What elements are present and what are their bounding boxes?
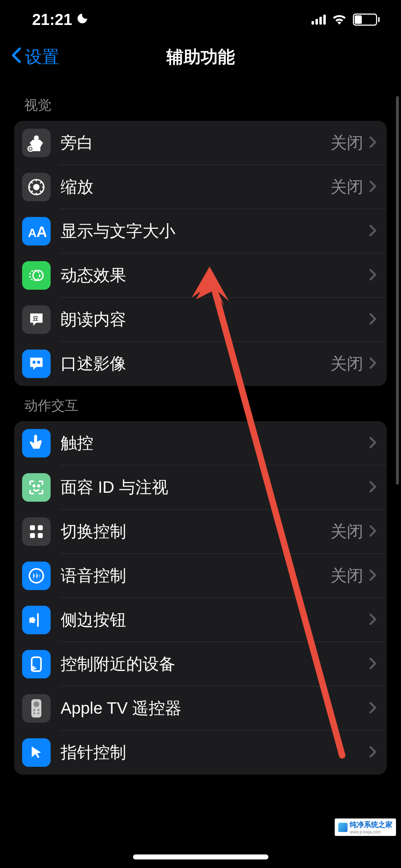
- chevron-right-icon: [369, 312, 377, 327]
- row-zoom[interactable]: 缩放 关闭: [14, 165, 387, 209]
- svg-text:A: A: [36, 223, 46, 240]
- chevron-right-icon: [369, 224, 377, 238]
- svg-point-12: [38, 485, 39, 487]
- faceid-icon: [22, 473, 51, 502]
- switch-control-icon: [22, 517, 51, 546]
- nearby-device-icon: [22, 650, 51, 678]
- row-display-text-size[interactable]: AA 显示与文字大小: [14, 209, 387, 253]
- status-bar: 21:21 33: [0, 0, 401, 36]
- row-label: 切换控制: [61, 521, 330, 543]
- svg-rect-14: [38, 525, 43, 530]
- svg-rect-16: [38, 533, 43, 538]
- chevron-right-icon: [369, 180, 377, 194]
- home-indicator[interactable]: [133, 854, 268, 859]
- svg-point-20: [34, 701, 39, 707]
- row-label: 指针控制: [61, 742, 369, 764]
- watermark-url: www.jcxwja.com: [350, 830, 392, 835]
- watermark-logo-icon: [338, 823, 348, 832]
- page-title: 辅助功能: [166, 46, 235, 68]
- content-area: 视觉 旁白 关闭 缩放 关闭 AA 显示与文字大小: [0, 86, 401, 775]
- motion-icon: [22, 261, 51, 290]
- svg-point-22: [37, 709, 40, 711]
- apple-tv-remote-icon: [22, 694, 51, 723]
- audio-desc-icon: [22, 350, 51, 378]
- voiceover-icon: [22, 129, 51, 157]
- svg-rect-15: [30, 533, 35, 538]
- nav-bar: 设置 辅助功能: [0, 36, 401, 86]
- spoken-content-icon: 묘: [22, 305, 51, 334]
- row-side-button[interactable]: 侧边按钮: [14, 598, 387, 642]
- svg-point-10: [37, 361, 40, 364]
- wifi-icon: [331, 13, 347, 26]
- svg-point-3: [34, 185, 39, 190]
- row-touch[interactable]: 触控: [14, 421, 387, 465]
- battery-icon: 33: [353, 14, 380, 26]
- row-label: Apple TV 遥控器: [61, 697, 369, 719]
- svg-point-23: [33, 712, 35, 714]
- chevron-right-icon: [369, 657, 377, 671]
- row-voice-control[interactable]: 语音控制 关闭: [14, 554, 387, 598]
- pointer-control-icon: [22, 738, 51, 767]
- row-label: 口述影像: [61, 353, 330, 375]
- row-voiceover[interactable]: 旁白 关闭: [14, 121, 387, 165]
- row-label: 显示与文字大小: [61, 220, 369, 242]
- chevron-left-icon: [11, 47, 22, 67]
- svg-point-9: [32, 361, 36, 364]
- display-text-icon: AA: [22, 217, 51, 246]
- chevron-right-icon: [369, 357, 377, 371]
- row-motion[interactable]: 动态效果: [14, 253, 387, 298]
- row-label: 动态效果: [61, 264, 369, 286]
- row-status: 关闭: [330, 132, 363, 154]
- svg-text:묘: 묘: [32, 315, 38, 322]
- cellular-signal-icon: [312, 15, 326, 25]
- back-label: 设置: [25, 46, 59, 68]
- section-header-physical: 动作交互: [14, 386, 387, 421]
- row-spoken-content[interactable]: 묘 朗读内容: [14, 298, 387, 342]
- row-label: 语音控制: [61, 565, 330, 587]
- row-switch-control[interactable]: 切换控制 关闭: [14, 510, 387, 554]
- row-label: 控制附近的设备: [61, 653, 369, 675]
- chevron-right-icon: [369, 613, 377, 627]
- watermark: 纯净系统之家 www.jcxwja.com: [335, 818, 396, 836]
- svg-point-21: [33, 709, 35, 711]
- section-header-vision: 视觉: [14, 86, 387, 121]
- row-status: 关闭: [330, 565, 363, 587]
- group-vision: 旁白 关闭 缩放 关闭 AA 显示与文字大小 动态效果: [14, 121, 387, 386]
- do-not-disturb-icon: [76, 11, 89, 29]
- back-button[interactable]: 设置: [11, 46, 59, 68]
- status-right: 33: [312, 13, 380, 26]
- watermark-title: 纯净系统之家: [350, 821, 392, 828]
- chevron-right-icon: [369, 569, 377, 583]
- row-apple-tv-remote[interactable]: Apple TV 遥控器: [14, 686, 387, 730]
- row-status: 关闭: [330, 353, 363, 375]
- scroll-indicator[interactable]: [396, 96, 399, 485]
- group-physical: 触控 面容 ID 与注视 切换控制 关闭 语音控制 关闭: [14, 421, 387, 775]
- side-button-icon: [22, 606, 51, 634]
- row-faceid-attention[interactable]: 面容 ID 与注视: [14, 465, 387, 510]
- row-label: 面容 ID 与注视: [61, 476, 369, 498]
- chevron-right-icon: [369, 525, 377, 539]
- row-label: 侧边按钮: [61, 609, 369, 631]
- row-label: 朗读内容: [61, 309, 369, 331]
- chevron-right-icon: [369, 480, 377, 495]
- row-audio-descriptions[interactable]: 口述影像 关闭: [14, 342, 387, 386]
- svg-text:A: A: [28, 226, 37, 239]
- status-time-area: 21:21: [32, 11, 89, 29]
- row-nearby-device-control[interactable]: 控制附近的设备: [14, 642, 387, 686]
- chevron-right-icon: [369, 701, 377, 715]
- touch-icon: [22, 429, 51, 458]
- chevron-right-icon: [369, 745, 377, 760]
- row-status: 关闭: [330, 521, 363, 543]
- chevron-right-icon: [369, 436, 377, 450]
- svg-point-24: [37, 712, 40, 714]
- status-time: 21:21: [32, 11, 72, 29]
- svg-rect-13: [30, 525, 35, 530]
- row-status: 关闭: [330, 176, 363, 198]
- zoom-icon: [22, 173, 51, 201]
- voice-control-icon: [22, 562, 51, 590]
- svg-point-0: [35, 136, 38, 140]
- row-label: 触控: [61, 432, 369, 454]
- row-pointer-control[interactable]: 指针控制: [14, 730, 387, 775]
- row-label: 缩放: [61, 176, 330, 198]
- svg-point-11: [33, 485, 35, 487]
